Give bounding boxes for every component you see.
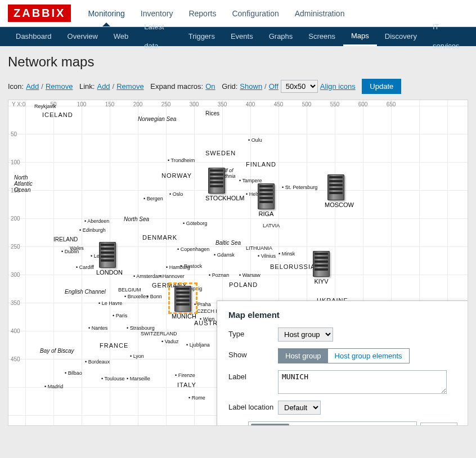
- node-label: RIGA: [255, 210, 277, 217]
- label-finland: FINLAND: [246, 161, 276, 168]
- menu-administration[interactable]: Administration: [287, 1, 353, 26]
- icon-remove-link[interactable]: Remove: [46, 82, 73, 91]
- label-switzerland: SWITZERLAND: [141, 331, 177, 336]
- label-english-channel: English Channel: [65, 289, 106, 295]
- label-rices: Rices: [205, 110, 219, 116]
- panel-title: Map element: [228, 310, 457, 320]
- link-add-link[interactable]: Add: [97, 82, 110, 91]
- icon-label: Icon:: [8, 82, 24, 91]
- subnav-discovery[interactable]: Discovery: [377, 27, 425, 46]
- label-denmark: DENMARK: [142, 234, 177, 241]
- subnav-overview[interactable]: Overview: [60, 27, 106, 46]
- update-button[interactable]: Update: [362, 79, 401, 94]
- label-ireland: IRELAND: [53, 236, 78, 243]
- show-segment: Host group Host group elements: [278, 348, 410, 363]
- label-belgium: BELGIUM: [118, 287, 141, 293]
- grid-label: Grid:: [222, 82, 237, 91]
- hostgroup-input[interactable]: Clouds ✕: [248, 421, 417, 426]
- show-label: Show: [228, 348, 278, 359]
- label-textarea[interactable]: MUNICH: [278, 370, 447, 394]
- hostgroup-chip[interactable]: Clouds ✕: [251, 424, 289, 426]
- page-body: Network maps Icon: Add / Remove Link: Ad…: [0, 46, 476, 434]
- map-node-stockholm[interactable]: STOCKHOLM: [205, 168, 228, 201]
- menu-reports[interactable]: Reports: [181, 1, 224, 26]
- subnav-events[interactable]: Events: [223, 27, 261, 46]
- logo[interactable]: ZABBIX: [8, 5, 71, 22]
- expand-macros-label: Expand macros:: [150, 82, 203, 91]
- label-poland: POLAND: [229, 281, 258, 288]
- label-france: FRANCE: [100, 342, 128, 349]
- label-italy: ITALY: [177, 381, 196, 388]
- show-opt-hostgroup[interactable]: Host group: [279, 349, 328, 363]
- label-belorussia: BELORUSSIA: [270, 263, 315, 270]
- page-title: Network maps: [8, 54, 468, 70]
- server-icon: [208, 168, 225, 194]
- label-lithuania: LITHUANIA: [246, 245, 272, 251]
- mainmenu: Monitoring Inventory Reports Configurati…: [80, 1, 352, 26]
- menu-monitoring[interactable]: Monitoring: [80, 1, 132, 26]
- hostgroup-select-button[interactable]: Select: [420, 423, 457, 426]
- grid-shown-link[interactable]: Shown: [240, 82, 262, 91]
- label-label: Label: [228, 370, 278, 381]
- toolbar: Icon: Add / Remove Link: Add / Remove Ex…: [8, 79, 468, 94]
- server-icon: [174, 286, 191, 312]
- element-panel: Map element Type Host group Show Host gr…: [217, 300, 468, 426]
- map-node-kiyv[interactable]: KIYV: [310, 251, 333, 285]
- hostgroup-label: Host group: [228, 421, 248, 426]
- link-label: Link:: [79, 82, 95, 91]
- labelloc-select[interactable]: Default: [278, 401, 321, 415]
- subnav-it-services[interactable]: IT services: [425, 17, 468, 56]
- server-icon: [258, 183, 275, 209]
- node-label: LONDON: [96, 269, 119, 276]
- node-label: MUNICH: [172, 313, 194, 320]
- subnav-graphs[interactable]: Graphs: [261, 27, 301, 46]
- node-label: MOSCOW: [325, 201, 347, 208]
- map-links: [8, 100, 177, 185]
- menu-configuration[interactable]: Configuration: [224, 1, 286, 26]
- label-sweden: SWEDEN: [205, 150, 236, 156]
- map-node-munich[interactable]: MUNICH: [172, 286, 194, 320]
- subnav-web[interactable]: Web: [106, 27, 137, 46]
- type-select[interactable]: Host group: [278, 327, 333, 342]
- server-icon: [313, 251, 330, 277]
- subnav-triggers[interactable]: Triggers: [181, 27, 223, 46]
- label-north-sea: North Sea: [124, 216, 149, 222]
- subnav-screens[interactable]: Screens: [300, 27, 343, 46]
- map-node-moscow[interactable]: MOSCOW: [325, 174, 347, 208]
- labelloc-label: Label location: [228, 401, 278, 411]
- link-remove-link[interactable]: Remove: [116, 82, 143, 91]
- icon-add-link[interactable]: Add: [26, 82, 39, 91]
- server-icon: [99, 242, 116, 268]
- map-node-riga[interactable]: RIGA: [255, 183, 277, 217]
- node-label: KIYV: [310, 278, 333, 285]
- grid-size-select[interactable]: 50x50: [281, 80, 318, 93]
- subnav-maps[interactable]: Maps: [343, 27, 377, 46]
- server-icon: [327, 174, 344, 200]
- subnav-dashboard[interactable]: Dashboard: [8, 27, 60, 46]
- align-icons-link[interactable]: Align icons: [320, 82, 356, 91]
- map-canvas[interactable]: Y X:0 5010015020025030035040045050055060…: [8, 100, 468, 426]
- menu-inventory[interactable]: Inventory: [133, 1, 181, 26]
- label-bay-biscay: Bay of Biscay: [40, 348, 74, 354]
- subnav: Dashboard Overview Web Latest data Trigg…: [0, 27, 476, 46]
- label-baltic-sea: Baltic Sea: [215, 240, 241, 246]
- node-label: STOCKHOLM: [205, 195, 228, 201]
- chip-remove-icon[interactable]: ✕: [279, 425, 285, 426]
- grid-off-link[interactable]: Off: [269, 82, 279, 91]
- topnav: ZABBIX Monitoring Inventory Reports Conf…: [0, 0, 476, 27]
- map-node-london[interactable]: LONDON: [96, 242, 119, 276]
- label-latvia: LATVIA: [263, 223, 280, 228]
- expand-macros-toggle[interactable]: On: [205, 82, 215, 91]
- type-label: Type: [228, 327, 278, 338]
- show-opt-elements[interactable]: Host group elements: [328, 349, 409, 363]
